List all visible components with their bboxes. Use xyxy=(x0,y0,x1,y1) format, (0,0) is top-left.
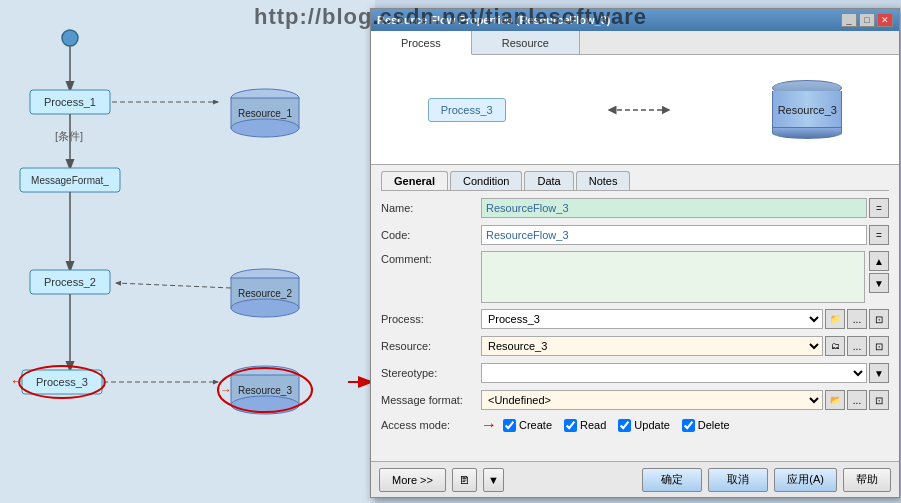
code-label: Code: xyxy=(381,229,481,241)
form-tab-data[interactable]: Data xyxy=(524,171,573,190)
process-field-label: Process: xyxy=(381,313,481,325)
close-button[interactable]: ✕ xyxy=(877,13,893,27)
svg-text:Process_2: Process_2 xyxy=(44,276,96,288)
titlebar-buttons: _ □ ✕ xyxy=(841,13,893,27)
access-checkboxes: Create Read Update Delete xyxy=(503,419,730,432)
process-row: Process: Process_3 📁 ... ⊡ xyxy=(381,308,889,330)
comment-scroll-down[interactable]: ▼ xyxy=(869,273,889,293)
name-btn[interactable]: = xyxy=(869,198,889,218)
diagram-preview: Process_3 Resource_3 xyxy=(371,55,899,165)
maximize-button[interactable]: □ xyxy=(859,13,875,27)
stereotype-row: Stereotype: ▼ xyxy=(381,362,889,384)
resource-field-label: Resource: xyxy=(381,340,481,352)
message-format-btn-1[interactable]: 📂 xyxy=(825,390,845,410)
resource-select[interactable]: Resource_3 xyxy=(481,336,823,356)
process-select[interactable]: Process_3 xyxy=(481,309,823,329)
ok-button[interactable]: 确定 xyxy=(642,468,702,492)
svg-text:Resource_1: Resource_1 xyxy=(238,108,292,119)
form-tabs: General Condition Data Notes xyxy=(381,171,889,191)
preview-resource-node: Resource_3 xyxy=(772,80,842,139)
stereotype-label: Stereotype: xyxy=(381,367,481,379)
stereotype-btn[interactable]: ▼ xyxy=(869,363,889,383)
access-read: Read xyxy=(564,419,606,432)
code-row: Code: = xyxy=(381,224,889,246)
message-format-row: Message format: <Undefined> 📂 ... ⊡ xyxy=(381,389,889,411)
access-delete: Delete xyxy=(682,419,730,432)
access-mode-row: Access mode: → Create Read Update xyxy=(381,416,889,434)
process-btn-3[interactable]: ⊡ xyxy=(869,309,889,329)
dialog-titlebar: Resource Flow Properties (ResourceFlow_3… xyxy=(371,9,899,31)
svg-text:Resource_2: Resource_2 xyxy=(238,288,292,299)
resource-btn-2[interactable]: ... xyxy=(847,336,867,356)
tab-resource[interactable]: Resource xyxy=(472,31,580,54)
resource-btn-3[interactable]: ⊡ xyxy=(869,336,889,356)
apply-button[interactable]: 应用(A) xyxy=(774,468,837,492)
svg-text:←: ← xyxy=(10,373,24,389)
comment-input[interactable] xyxy=(481,251,865,303)
comment-scroll-up[interactable]: ▲ xyxy=(869,251,889,271)
resource-row: Resource: Resource_3 🗂 ... ⊡ xyxy=(381,335,889,357)
name-row: Name: = xyxy=(381,197,889,219)
dialog-title: Resource Flow Properties (ResourceFlow_3… xyxy=(377,14,611,26)
svg-point-23 xyxy=(231,299,299,317)
svg-text:MessageFormat_: MessageFormat_ xyxy=(31,175,109,186)
access-create: Create xyxy=(503,419,552,432)
message-format-btn-3[interactable]: ⊡ xyxy=(869,390,889,410)
message-format-label: Message format: xyxy=(381,394,481,406)
minimize-button[interactable]: _ xyxy=(841,13,857,27)
access-update: Update xyxy=(618,419,669,432)
code-input[interactable] xyxy=(481,225,867,245)
tab-process[interactable]: Process xyxy=(371,31,472,55)
svg-point-0 xyxy=(62,30,78,46)
dialog-buttons: More >> 🖹 ▼ 确定 取消 应用(A) 帮助 xyxy=(371,461,899,497)
help-button[interactable]: 帮助 xyxy=(843,468,891,492)
preview-process-node: Process_3 xyxy=(428,98,506,122)
icon-button[interactable]: 🖹 xyxy=(452,468,477,492)
name-input[interactable] xyxy=(481,198,867,218)
comment-label: Comment: xyxy=(381,253,481,265)
dialog-form: General Condition Data Notes Name: = Cod… xyxy=(371,165,899,461)
update-checkbox[interactable] xyxy=(618,419,631,432)
message-format-select[interactable]: <Undefined> xyxy=(481,390,823,410)
svg-text:[条件]: [条件] xyxy=(55,130,83,142)
preview-tab-bar: Process Resource xyxy=(371,31,899,55)
delete-checkbox[interactable] xyxy=(682,419,695,432)
form-tab-condition[interactable]: Condition xyxy=(450,171,522,190)
diagram-svg: Process_1 [条件] MessageFormat_ Process_2 … xyxy=(0,0,375,503)
stereotype-select[interactable] xyxy=(481,363,867,383)
resource-btn-1[interactable]: 🗂 xyxy=(825,336,845,356)
svg-line-25 xyxy=(116,283,231,288)
access-arrow-icon: → xyxy=(481,416,497,434)
process-btn-2[interactable]: ... xyxy=(847,309,867,329)
code-btn[interactable]: = xyxy=(869,225,889,245)
message-format-btn-2[interactable]: ... xyxy=(847,390,867,410)
svg-point-19 xyxy=(231,119,299,137)
process-btn-1[interactable]: 📁 xyxy=(825,309,845,329)
create-checkbox[interactable] xyxy=(503,419,516,432)
svg-text:Process_3: Process_3 xyxy=(36,376,88,388)
read-checkbox[interactable] xyxy=(564,419,577,432)
comment-row: Comment: ▲ ▼ xyxy=(381,251,889,303)
name-label: Name: xyxy=(381,202,481,214)
svg-text:→: → xyxy=(220,383,232,397)
more-button[interactable]: More >> xyxy=(379,468,446,492)
diagram-area: Process_1 [条件] MessageFormat_ Process_2 … xyxy=(0,0,375,503)
form-tab-notes[interactable]: Notes xyxy=(576,171,631,190)
access-mode-label: Access mode: xyxy=(381,419,481,431)
dropdown-button[interactable]: ▼ xyxy=(483,468,504,492)
form-tab-general[interactable]: General xyxy=(381,171,448,190)
preview-arrow xyxy=(599,95,679,125)
svg-text:Resource_3: Resource_3 xyxy=(238,385,292,396)
cancel-button[interactable]: 取消 xyxy=(708,468,768,492)
svg-text:Process_1: Process_1 xyxy=(44,96,96,108)
dialog-window: Resource Flow Properties (ResourceFlow_3… xyxy=(370,8,900,498)
